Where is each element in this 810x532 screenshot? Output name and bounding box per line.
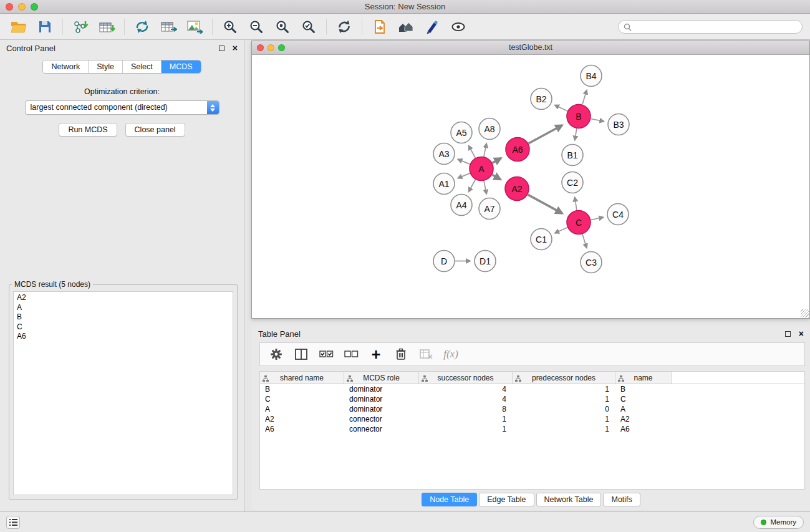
close-panel-icon[interactable]: × [233,45,238,51]
import-network-file-button[interactable] [69,17,92,37]
table-cell[interactable]: A2 [260,414,344,424]
node-A3[interactable]: A3 [433,143,455,165]
table-cell[interactable]: connector [344,414,419,424]
edge-A-A8[interactable] [484,143,486,157]
tab-motifs[interactable]: Motifs [603,493,640,506]
edge-C-C1[interactable] [555,228,567,233]
node-A2[interactable]: A2 [505,177,529,201]
column-header-shared-name[interactable]: shared name [260,372,344,384]
table-cell[interactable]: B [260,384,344,394]
home-button[interactable] [395,17,417,37]
table-cell[interactable]: 4 [419,394,513,404]
table-row[interactable]: Cdominator41C [260,394,804,404]
table-cell[interactable]: connector [344,424,419,434]
export-network-button[interactable] [131,17,153,37]
table-cell[interactable]: A2 [615,414,672,424]
node-A6[interactable]: A6 [506,138,529,162]
float-table-panel-icon[interactable] [785,331,791,337]
edge-C-C4[interactable] [591,217,604,220]
import-table-file-button[interactable] [95,17,118,37]
edge-A-A1[interactable] [458,173,470,178]
table-row[interactable]: A6connector11A6 [260,424,804,434]
column-chooser-button[interactable] [294,346,309,362]
open-session-button[interactable] [7,17,30,37]
edge-A-A6[interactable] [493,158,501,163]
edge-B-B1[interactable] [575,128,577,140]
edge-A-A2[interactable] [492,175,500,180]
table-cell[interactable]: 1 [513,424,615,434]
memory-button[interactable]: Memory [753,516,804,529]
tab-mcds[interactable]: MCDS [162,60,201,73]
zoom-out-button[interactable] [245,17,268,37]
deselect-all-rows-button[interactable] [344,346,359,362]
table-cell[interactable]: dominator [344,404,419,414]
column-header-name[interactable]: name [615,372,672,384]
table-cell[interactable]: B [615,384,672,394]
mcds-result-item[interactable]: B [14,312,233,322]
edge-A-A7[interactable] [484,181,486,194]
node-D[interactable]: D [433,251,455,272]
edge-B-B3[interactable] [591,119,604,122]
table-cell[interactable]: A6 [260,424,344,434]
node-B2[interactable]: B2 [531,89,552,110]
edge-B-B4[interactable] [582,90,587,104]
mcds-result-list[interactable]: A2ABCA6 [13,291,233,495]
resize-grip[interactable] [801,309,809,317]
zoom-network-window-icon[interactable] [278,44,285,51]
table-row[interactable]: A2connector11A2 [260,414,804,424]
column-header-successor-nodes[interactable]: successor nodes [419,372,513,384]
table-row[interactable]: Adominator80A [260,404,804,414]
node-C[interactable]: C [567,211,591,235]
search-input[interactable] [635,22,797,31]
tab-style[interactable]: Style [89,60,123,73]
style-button[interactable] [421,17,443,37]
tab-network[interactable]: Network [43,60,89,73]
node-A8[interactable]: A8 [479,118,500,140]
edge-A-A4[interactable] [469,180,476,192]
table-cell[interactable]: 8 [419,404,513,414]
select-all-rows-button[interactable] [319,346,334,362]
edge-C-C3[interactable] [582,235,587,248]
table-cell[interactable]: A [260,404,344,414]
column-header-mcds-role[interactable]: MCDS role [344,372,419,384]
node-B[interactable]: B [567,105,591,128]
table-cell[interactable]: dominator [344,394,419,404]
node-A1[interactable]: A1 [433,173,455,195]
node-A4[interactable]: A4 [451,195,472,216]
table-cell[interactable]: 1 [419,424,513,434]
show-hide-button[interactable] [447,17,470,37]
node-B4[interactable]: B4 [581,65,602,87]
edge-A-A3[interactable] [458,159,470,164]
network-canvas[interactable]: B4B2BB3A5A8A6B1A3AC2A1A2A4A7C4CC1C3DD1 [252,55,809,318]
mcds-result-item[interactable]: C [14,322,233,332]
close-window-icon[interactable] [6,3,13,11]
mcds-result-item[interactable]: A6 [14,332,233,342]
table-cell[interactable]: C [260,394,344,404]
function-builder-button[interactable]: f(x) [443,346,458,362]
table-settings-button[interactable] [269,346,284,362]
delete-table-button[interactable] [418,346,433,362]
edge-A2-C[interactable] [528,195,562,213]
node-A[interactable]: A [470,157,493,181]
table-cell[interactable]: 1 [513,384,615,394]
node-A5[interactable]: A5 [451,122,472,143]
node-C3[interactable]: C3 [581,252,602,273]
close-network-window-icon[interactable] [257,44,264,51]
export-table-button[interactable] [157,17,180,37]
network-graph[interactable]: B4B2BB3A5A8A6B1A3AC2A1A2A4A7C4CC1C3DD1 [252,55,809,318]
table-cell[interactable]: 0 [513,404,615,414]
node-B1[interactable]: B1 [562,145,583,166]
mcds-result-item[interactable]: A [14,303,233,313]
node-C4[interactable]: C4 [607,204,629,225]
table-cell[interactable]: 1 [513,414,615,424]
table-cell[interactable]: A6 [615,424,672,434]
node-D1[interactable]: D1 [475,251,496,272]
table-cell[interactable]: 1 [419,414,513,424]
node-C2[interactable]: C2 [562,172,583,193]
table-cell[interactable]: dominator [344,384,419,394]
network-document-button[interactable] [369,17,391,37]
tab-edge-table[interactable]: Edge Table [479,493,534,506]
edge-A-A5[interactable] [469,146,476,158]
column-header-predecessor-nodes[interactable]: predecessor nodes [513,372,615,384]
edge-A6-B[interactable] [529,125,562,143]
